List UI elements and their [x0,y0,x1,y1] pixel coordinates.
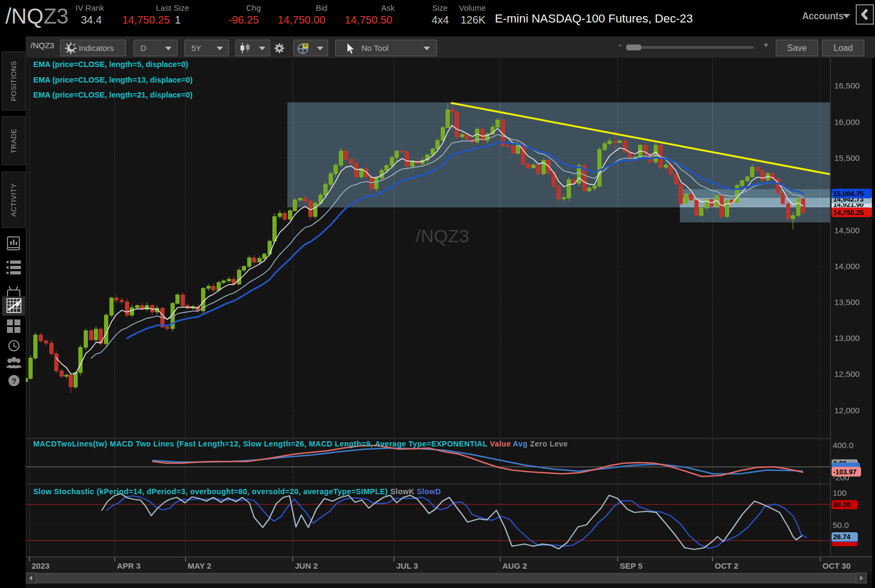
svg-text:15,004.75: 15,004.75 [833,190,864,198]
svg-text:13,000: 13,000 [834,333,860,343]
svg-text:JUN 2: JUN 2 [295,561,318,570]
svg-text:15,500: 15,500 [834,153,860,162]
svg-text:14,000: 14,000 [834,262,860,271]
svg-text:JUL 3: JUL 3 [396,561,418,570]
svg-text:14,750.25: 14,750.25 [833,209,864,217]
svg-text:Slow Stochastic (kPeriod=14, d: Slow Stochastic (kPeriod=14, dPeriod=3, … [33,487,441,496]
svg-text:2023: 2023 [32,561,49,570]
svg-text:EMA (price=CLOSE, length=13, d: EMA (price=CLOSE, length=13, displace=0) [33,76,192,84]
svg-text:16,000: 16,000 [834,117,860,126]
svg-text:400.0: 400.0 [833,441,854,450]
svg-text:MAY 2: MAY 2 [188,561,211,570]
svg-text:13,500: 13,500 [834,297,860,307]
svg-text:APR 3: APR 3 [117,561,140,570]
svg-text:MACDTwoLines(tw) MACD Two Line: MACDTwoLines(tw) MACD Two Lines (Fast Le… [33,440,568,448]
svg-text:AUG 2: AUG 2 [502,561,527,570]
svg-text:16,500: 16,500 [834,81,860,90]
svg-text:SEP 5: SEP 5 [620,561,642,570]
svg-text:50.0: 50.0 [833,520,849,530]
svg-text:12,000: 12,000 [834,406,860,415]
svg-text:OCT 2: OCT 2 [715,561,738,570]
svg-text:/NQZ3: /NQZ3 [416,226,469,246]
svg-text:EMA (price=CLOSE, length=21, d: EMA (price=CLOSE, length=21, displace=0) [33,91,192,99]
svg-text:EMA (price=CLOSE, length=5, di: EMA (price=CLOSE, length=5, displace=0) [33,60,188,69]
svg-text:?: ? [12,376,17,385]
svg-text:-103.97: -103.97 [833,468,856,476]
svg-text:100: 100 [833,488,847,497]
svg-text:12,500: 12,500 [834,369,860,378]
svg-text:80.00: 80.00 [833,501,850,509]
svg-text:OCT 30: OCT 30 [822,561,851,570]
svg-text:26.74: 26.74 [833,533,851,541]
svg-text:14,500: 14,500 [834,226,860,235]
